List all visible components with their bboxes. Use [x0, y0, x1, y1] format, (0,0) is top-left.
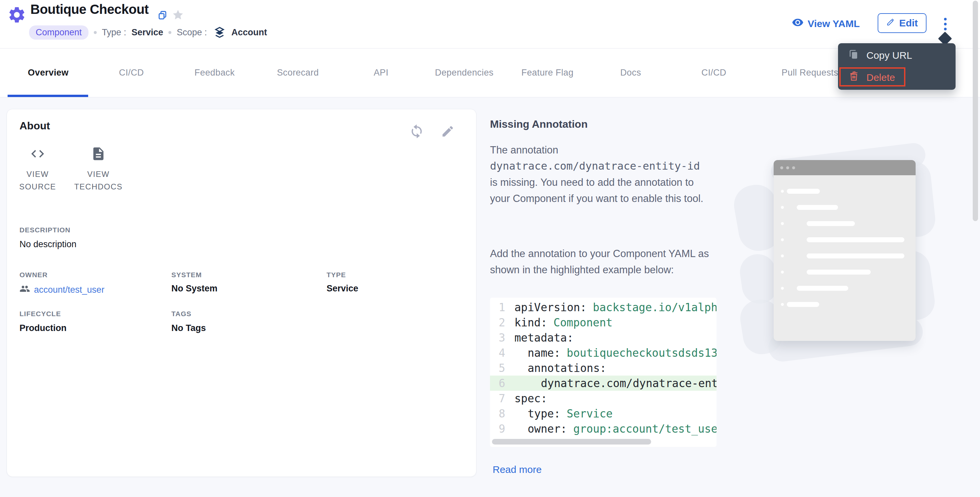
menu-item-copy-url[interactable]: Copy URL — [838, 46, 956, 65]
paragraph-text: The annotation — [490, 144, 558, 156]
window-titlebar — [774, 160, 916, 175]
yaml-key: annotations: — [528, 362, 606, 375]
yaml-value: Component — [554, 316, 612, 329]
entity-meta-row: Component Type : Service Scope : Account — [29, 24, 267, 40]
code-line: 3metadata: — [490, 330, 716, 345]
code-line: 2kind:Component — [490, 315, 716, 330]
tab-feature-flag[interactable]: Feature Flag — [506, 49, 589, 97]
document-icon — [91, 146, 106, 163]
yaml-key: type: — [528, 407, 560, 420]
line-number: 5 — [490, 362, 505, 375]
code-icon — [30, 146, 45, 163]
type-field-value: Service — [326, 283, 358, 294]
page-title: Boutique Checkout — [30, 2, 149, 17]
panel-title: Missing Annotation — [490, 118, 588, 130]
paragraph-text: is missing. You need to add the annotati… — [490, 176, 703, 204]
tab-label: CI/CD — [119, 68, 144, 78]
code-line: 9owner:group:account/test_use — [490, 421, 716, 436]
scope-label: Scope : — [177, 27, 207, 38]
trash-icon — [849, 71, 859, 84]
view-techdocs-label: VIEW TECHDOCS — [74, 168, 123, 193]
yaml-key: name: — [528, 346, 560, 359]
component-gear-icon — [7, 5, 26, 24]
owner-link[interactable]: account/test_user — [34, 285, 104, 295]
yaml-key: owner: — [528, 422, 567, 435]
separator-dot — [94, 31, 97, 34]
annotation-id-code: dynatrace.com/dynatrace-entity-id — [490, 160, 700, 172]
tab-docs[interactable]: Docs — [589, 49, 672, 97]
yaml-key: apiVersion: — [514, 301, 587, 314]
tab-label: Overview — [28, 68, 68, 78]
page-scrollbar-thumb[interactable] — [973, 1, 978, 221]
layers-icon — [213, 26, 226, 39]
code-line: 8type:Service — [490, 406, 716, 421]
edit-button[interactable]: Edit — [878, 13, 926, 33]
tab-feedback[interactable]: Feedback — [173, 49, 256, 97]
read-more-link[interactable]: Read more — [493, 464, 541, 475]
tab-label: Feedback — [194, 68, 235, 78]
lifecycle-value: Production — [19, 323, 67, 333]
eye-icon — [792, 16, 804, 31]
refresh-icon[interactable] — [409, 124, 424, 139]
context-menu: Copy URL Delete — [838, 43, 956, 90]
active-tab-indicator — [8, 95, 88, 97]
owner-label: OWNER — [19, 271, 48, 279]
group-icon — [19, 283, 30, 296]
menu-item-delete[interactable]: Delete — [838, 68, 956, 87]
view-yaml-button[interactable]: View YAML — [792, 16, 860, 31]
code-window-mockup — [774, 160, 916, 341]
tab-overview[interactable]: Overview — [6, 49, 90, 97]
yaml-key: dynatrace.com/dynatrace-ent — [541, 377, 716, 390]
line-number: 7 — [490, 392, 505, 405]
type-value: Service — [131, 27, 163, 38]
tab-label: Pull Requests — [781, 68, 838, 78]
menu-item-label: Delete — [866, 72, 895, 83]
pencil-icon — [886, 17, 895, 29]
code-line-highlighted: 6dynatrace.com/dynatrace-ent — [490, 376, 716, 391]
edit-about-pencil-icon[interactable] — [441, 124, 455, 138]
edit-label: Edit — [899, 17, 918, 29]
yaml-value: Service — [566, 407, 612, 420]
tab-bar: Overview CI/CD Feedback Scorecard API De… — [0, 49, 980, 97]
system-label: SYSTEM — [171, 271, 202, 279]
code-line: 1apiVersion:backstage.io/v1alph — [490, 300, 716, 315]
more-options-kebab-button[interactable] — [940, 14, 950, 34]
line-number: 9 — [490, 422, 505, 435]
yaml-key: metadata: — [514, 331, 574, 344]
scope-value: Account — [231, 27, 267, 38]
tab-label: Scorecard — [277, 68, 319, 78]
about-card: About VIEW SOURCE VIEW TECHDOCS DESCRIPT… — [6, 109, 476, 477]
yaml-key: kind: — [514, 316, 547, 329]
tab-label: Feature Flag — [521, 68, 574, 78]
code-line: 7spec: — [490, 391, 716, 406]
yaml-key: spec: — [514, 392, 547, 405]
tab-dependencies[interactable]: Dependencies — [423, 49, 506, 97]
annotation-paragraph: The annotation dynatrace.com/dynatrace-e… — [490, 142, 705, 206]
owner-value: account/test_user — [19, 283, 104, 296]
tab-label: API — [374, 68, 389, 78]
tab-cicd[interactable]: CI/CD — [90, 49, 173, 97]
lifecycle-label: LIFECYCLE — [19, 310, 61, 318]
view-source-label: VIEW SOURCE — [13, 168, 62, 193]
yaml-code-block: 1apiVersion:backstage.io/v1alph 2kind:Co… — [490, 298, 716, 447]
tab-cicd-2[interactable]: CI/CD — [672, 49, 756, 97]
tags-value: No Tags — [171, 323, 206, 333]
tab-label: Docs — [620, 68, 641, 78]
line-number: 3 — [490, 331, 505, 344]
code-line: 4name:boutiquecheckoutsdsds13 — [490, 345, 716, 360]
type-field-label: TYPE — [326, 271, 346, 279]
about-card-title: About — [19, 120, 50, 132]
kind-badge: Component — [29, 25, 89, 40]
favorite-star-icon[interactable] — [172, 9, 184, 21]
copy-name-icon[interactable] — [157, 10, 168, 21]
missing-annotation-illustration — [736, 142, 948, 373]
line-number: 4 — [490, 346, 505, 359]
view-yaml-label: View YAML — [808, 18, 860, 29]
tab-scorecard[interactable]: Scorecard — [256, 49, 339, 97]
code-horizontal-scrollbar[interactable] — [492, 439, 651, 445]
type-label: Type : — [102, 27, 126, 38]
view-source-link[interactable]: VIEW SOURCE — [13, 146, 62, 193]
description-value: No description — [19, 239, 76, 249]
tab-api[interactable]: API — [339, 49, 423, 97]
view-techdocs-link[interactable]: VIEW TECHDOCS — [74, 146, 123, 193]
